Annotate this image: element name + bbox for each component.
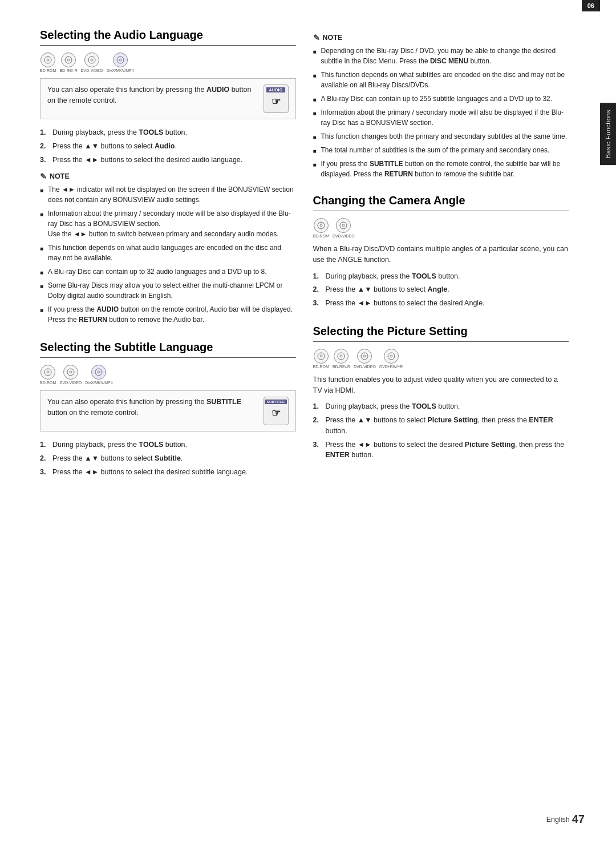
svg-point-28 [388, 353, 395, 360]
picture-steps: 1. During playback, press the TOOLS butt… [313, 401, 569, 461]
picture-description: This function enables you to adjust vide… [313, 374, 569, 396]
camera-steps: 1. During playback, press the TOOLS butt… [313, 271, 569, 309]
subtitle-remote-button: SUBTITLE ☞ [264, 397, 289, 425]
svg-point-25 [340, 355, 342, 357]
subtitle-language-title: Selecting the Subtitle Language [40, 341, 296, 358]
camera-description: When a Blu-ray Disc/DVD contains multipl… [313, 244, 569, 265]
svg-point-3 [65, 57, 72, 63]
subtitle-note-section: ✎ NOTE ■ Depending on the Blu-ray Disc /… [313, 33, 569, 179]
disc-icon-dvd-video: DVD-VIDEO [81, 53, 103, 72]
svg-point-8 [119, 59, 121, 61]
subtitle-disc-icon-dvd-video: DVD-VIDEO [59, 365, 82, 385]
svg-point-1 [47, 59, 49, 61]
svg-point-5 [88, 57, 95, 63]
page-footer: English 47 [546, 813, 585, 826]
subtitle-note-header: ✎ NOTE [313, 33, 569, 42]
audio-note-item-3: ■ This function depends on what audio la… [40, 243, 296, 263]
audio-disc-icons: BD-ROM BD-RE/-R [40, 53, 296, 72]
subtitle-note-item-4: ■ Information about the primary / second… [313, 107, 569, 128]
subtitle-note-list: ■ Depending on the Blu-ray Disc / DVD, y… [313, 46, 569, 179]
audio-note-item-4: ■ A Blu-ray Disc can contain up to 32 au… [40, 267, 296, 277]
audio-steps: 1. During playback, press the TOOLS butt… [40, 127, 296, 165]
audio-step-1: 1. During playback, press the TOOLS butt… [40, 127, 296, 138]
picture-setting-title: Selecting the Picture Setting [313, 325, 569, 342]
subtitle-note-item-5: ■ This function changes both the primary… [313, 131, 569, 142]
subtitle-disc-icons: BD-ROM DVD-VIDEO [40, 365, 296, 385]
picture-disc-icons: BD-ROM BD-RE/-R [313, 349, 569, 369]
subtitle-step-2: 2. Press the ▲▼ buttons to select Subtit… [40, 453, 296, 464]
subtitle-disc-icon-bd-rom: BD-ROM [40, 365, 56, 385]
picture-step-1: 1. During playback, press the TOOLS butt… [313, 401, 569, 412]
picture-disc-icon-dvd-rw: DVD+RW/+R [379, 349, 403, 369]
picture-disc-icon-bd-rom: BD-ROM [313, 349, 329, 369]
camera-step-2: 2. Press the ▲▼ buttons to select Angle. [313, 284, 569, 295]
page-number: 47 [572, 813, 585, 826]
svg-point-17 [320, 224, 322, 227]
subtitle-disc-icon-divx: DivX/MKV/MP4 [85, 365, 112, 385]
note-pencil-icon: ✎ [40, 172, 47, 181]
picture-disc-icon-bd-re-r: BD-RE/-R [333, 349, 350, 369]
svg-point-15 [98, 371, 100, 373]
svg-point-12 [67, 369, 74, 376]
subtitle-step-3: 3. Press the ◄► buttons to select the de… [40, 467, 296, 478]
subtitle-info-box: You can also operate this function by pr… [40, 390, 296, 431]
audio-language-title: Selecting the Audio Language [40, 29, 296, 46]
audio-note-item-1: ■ The ◄► indicator will not be displayed… [40, 184, 296, 205]
camera-angle-title: Changing the Camera Angle [313, 194, 569, 211]
subtitle-note-item-1: ■ Depending on the Blu-ray Disc / DVD, y… [313, 46, 569, 66]
svg-point-22 [320, 355, 322, 357]
audio-note-item-6: ■ If you press the AUDIO button on the r… [40, 304, 296, 325]
camera-disc-icon-bd-rom: BD-ROM [313, 218, 329, 238]
audio-language-section: Selecting the Audio Language BD-ROM [40, 29, 296, 325]
audio-note: ✎ NOTE ■ The ◄► indicator will not be di… [40, 172, 296, 325]
picture-step-3: 3. Press the ◄► buttons to select the de… [313, 439, 569, 461]
subtitle-language-section: Selecting the Subtitle Language BD-ROM [40, 341, 296, 477]
subtitle-note-item-2: ■ This function depends on what subtitle… [313, 70, 569, 90]
svg-point-24 [338, 353, 345, 360]
camera-disc-icons: BD-ROM DVD-VIDEO [313, 218, 569, 238]
subtitle-info-text: You can also operate this function by pr… [47, 397, 257, 418]
audio-step-2: 2. Press the ▲▼ buttons to select Audio. [40, 141, 296, 152]
disc-icon-bd-re-r: BD-RE/-R [59, 53, 77, 72]
svg-point-13 [70, 371, 72, 373]
subtitle-note-item-3: ■ A Blu-ray Disc can contain up to 255 s… [313, 94, 569, 104]
camera-disc-icon-dvd-video: DVD-VIDEO [333, 218, 355, 238]
subtitle-steps: 1. During playback, press the TOOLS butt… [40, 439, 296, 477]
subtitle-note-pencil-icon: ✎ [313, 33, 320, 42]
audio-note-item-5: ■ Some Blu-ray Discs may allow you to se… [40, 280, 296, 301]
audio-note-item-2: ■ Information about the primary / second… [40, 208, 296, 239]
subtitle-note-item-6: ■ The total number of subtitles is the s… [313, 145, 569, 155]
chapter-label: Basic Functions [600, 103, 616, 165]
svg-point-19 [340, 222, 347, 229]
picture-setting-section: Selecting the Picture Setting BD-ROM [313, 325, 569, 461]
svg-point-20 [342, 224, 345, 227]
subtitle-step-1: 1. During playback, press the TOOLS butt… [40, 439, 296, 450]
audio-note-label: NOTE [50, 172, 70, 180]
picture-step-2: 2. Press the ▲▼ buttons to select Pictur… [313, 415, 569, 437]
disc-icon-bd-rom: BD-ROM [40, 53, 56, 72]
audio-info-text: You can also operate this function by pr… [47, 84, 257, 106]
svg-point-10 [47, 371, 49, 373]
subtitle-note-item-7: ■ If you press the SUBTITLE button on th… [313, 159, 569, 179]
audio-note-header: ✎ NOTE [40, 172, 296, 181]
svg-point-27 [363, 355, 366, 357]
svg-point-7 [117, 57, 124, 63]
svg-point-29 [390, 355, 392, 357]
svg-point-14 [95, 369, 102, 376]
audio-step-3: 3. Press the ◄► buttons to select the de… [40, 155, 296, 166]
camera-step-1: 1. During playback, press the TOOLS butt… [313, 271, 569, 282]
picture-disc-icon-dvd-video: DVD-VIDEO [354, 349, 376, 369]
chapter-number: 06 [582, 0, 600, 11]
page-language: English [546, 816, 570, 824]
subtitle-note-label: NOTE [323, 34, 343, 42]
svg-point-26 [361, 353, 368, 360]
disc-icon-divx: DivX/MKV/MP4 [106, 53, 133, 72]
audio-info-box: You can also operate this function by pr… [40, 78, 296, 119]
camera-step-3: 3. Press the ◄► buttons to select the de… [313, 298, 569, 309]
svg-point-6 [91, 59, 93, 61]
svg-point-4 [67, 59, 70, 61]
audio-remote-button: AUDIO ☞ [264, 84, 289, 113]
audio-note-list: ■ The ◄► indicator will not be displayed… [40, 184, 296, 325]
camera-angle-section: Changing the Camera Angle BD-ROM [313, 194, 569, 309]
